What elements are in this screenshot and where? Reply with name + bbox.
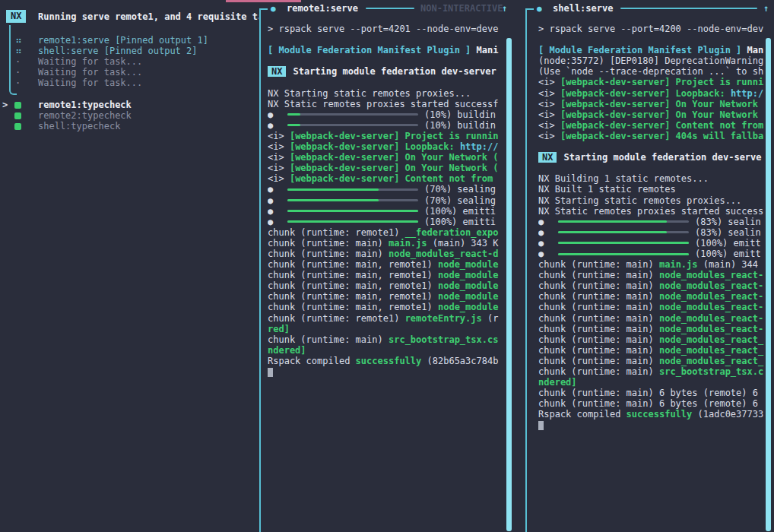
task-list-title: Running serve remote1, and 4 requisite t… [38, 11, 259, 22]
waiting-dot-icon: · [15, 78, 21, 88]
task-row[interactable]: >remote1:typecheck [0, 100, 259, 110]
terminal-line: chunk (runtime: main, remote1) node_modu… [268, 259, 500, 270]
terminal-line: ●(100%) emitt [538, 238, 765, 249]
terminal-line [268, 77, 500, 87]
terminal-line: red] [268, 324, 500, 334]
terminal-line [268, 34, 500, 45]
terminal-line: ●(100%) emitti [268, 217, 500, 227]
terminal-line: ●(100%) emitt [538, 249, 765, 259]
header-rule [366, 8, 414, 9]
waiting-dot-icon: · [15, 56, 21, 67]
terminal-line: chunk (runtime: remote1) remoteEntry.js … [268, 313, 500, 324]
progress-bar [287, 188, 418, 191]
terminal-line: chunk (runtime: main) node_modules_react… [538, 324, 765, 334]
spinner-icon: ⠶ [15, 35, 22, 46]
task-row[interactable]: ·Waiting for task... [0, 67, 259, 78]
progress-bar [287, 113, 418, 116]
terminal-line: chunk (runtime: main, remote1) node_modu… [268, 270, 500, 280]
terminal-line: > rspack serve --port=4200 --node-env=de… [538, 24, 765, 34]
terminal-line: ●(83%) sealin [538, 217, 765, 227]
scrollbar-thumb[interactable] [506, 38, 512, 531]
terminal-line: chunk (runtime: main) node_modules_react… [538, 356, 765, 366]
terminal-line: NX Starting static remotes proxies... [538, 195, 765, 206]
progress-bar [287, 220, 418, 223]
progress-bar [558, 231, 689, 233]
terminal-line: ndered] [268, 345, 500, 356]
progress-bar [287, 124, 418, 126]
terminal-line: <i> [webpack-dev-server] On Your Network… [268, 163, 500, 173]
terminal-line: chunk (runtime: main) node_modules_react… [538, 302, 765, 312]
scrollbar-thumb[interactable] [766, 38, 771, 531]
nx-badge: NX [538, 152, 557, 163]
terminal-line: chunk (runtime: main) src_bootstrap_tsx.… [268, 334, 500, 345]
terminal-line: NX Static remotes proxies started succes… [268, 99, 500, 109]
terminal-line [538, 141, 765, 152]
terminal-line: [ Module Federation Manifest Plugin ] Ma… [268, 45, 500, 55]
task-row[interactable]: ⠶shell:serve [Pinned output 2] [0, 46, 259, 56]
task-row[interactable]: remote2:typecheck [0, 110, 259, 121]
terminal-line: ●(10%) buildin [268, 109, 500, 120]
pane-title[interactable]: remote1:serve [287, 3, 358, 14]
pane-status-dot: ● [271, 4, 276, 14]
terminal-line: <i> [webpack-dev-server] Loopback: http:… [268, 141, 500, 152]
terminal-line: NXStarting module federation dev-server [268, 66, 500, 77]
terminal-line [538, 420, 765, 430]
terminal-line: <i> [webpack-dev-server] Project is runn… [268, 131, 500, 141]
terminal-line: chunk (runtime: main) node_modules_react… [538, 280, 765, 291]
top-accent-bar [226, 0, 301, 2]
task-label: remote2:typecheck [38, 110, 132, 121]
terminal-line: <i> [webpack-dev-server] On Your Network… [268, 152, 500, 163]
terminal-line: ●(70%) sealing [268, 184, 500, 195]
terminal-line: <i> [webpack-dev-server] Content not fro… [538, 120, 765, 131]
terminal-line: chunk (runtime: main) node_modules_react… [538, 334, 765, 345]
task-label: Waiting for task... [38, 67, 142, 78]
terminal-line: (Use `node --trace-deprecation ...` to s… [538, 66, 765, 77]
terminal-output: > rspack serve --port=4200 --node-env=de… [538, 24, 765, 431]
terminal-line: chunk (runtime: main) node_modules_react… [538, 313, 765, 324]
terminal-line: NX Starting static remotes proxies... [268, 88, 500, 99]
terminal-cursor [538, 421, 544, 430]
terminal-line: ●(10%) buildin [268, 120, 500, 131]
terminal-line: Rspack compiled successfully (1adc0e3773… [538, 409, 765, 420]
spinner-icon: ⠶ [15, 46, 22, 56]
task-label: remote1:serve [Pinned output 1] [38, 35, 208, 46]
waiting-dot-icon: · [15, 67, 21, 78]
terminal-line: ndered] [538, 377, 765, 388]
task-label: shell:serve [Pinned output 2] [38, 46, 198, 56]
task-row[interactable]: ·Waiting for task... [0, 56, 259, 67]
terminal-line: chunk (runtime: main, remote1) node_modu… [268, 280, 500, 291]
terminal-line: chunk (runtime: main) node_modules_react… [538, 291, 765, 302]
terminal-line: NX Built 1 static remotes [538, 184, 765, 195]
terminal-line: chunk (runtime: main) 6 bytes (remote) 6 [538, 398, 765, 409]
terminal-line: chunk (runtime: main, remote1) node_modu… [268, 291, 500, 302]
terminal-cursor [268, 368, 273, 377]
terminal-line: NX Building 1 static remotes... [538, 173, 765, 184]
task-success-square-icon [14, 112, 21, 119]
scroll-up-icon[interactable]: ↑ [502, 3, 507, 14]
terminal-line: ●(70%) sealing [268, 195, 500, 206]
pane-border [259, 8, 268, 532]
terminal-line: <i> [webpack-dev-server] On Your Network [538, 109, 765, 120]
scroll-up-icon[interactable]: ↑ [763, 3, 769, 14]
terminal-line: ●(100%) emitti [268, 206, 500, 217]
terminal-line: chunk (runtime: main) src_bootstrap_tsx.… [538, 366, 765, 377]
terminal-line [268, 55, 500, 66]
terminal-output: > rspack serve --port=4201 --node-env=de… [268, 24, 500, 377]
nx-logo-badge: NX [6, 10, 26, 23]
terminal-line: chunk (runtime: main) node_modules_react… [538, 270, 765, 280]
non-interactive-label: NON-INTERACTIVE [420, 3, 503, 14]
terminal-line: Rspack compiled successfully (82b65a3c78… [268, 356, 500, 366]
task-row[interactable]: ⠶remote1:serve [Pinned output 1] [0, 35, 259, 46]
terminal-line: chunk (runtime: main) node_modules_react… [538, 345, 765, 356]
terminal-line: <i> [webpack-dev-server] 404s will fallb… [538, 131, 765, 141]
task-row[interactable]: ·Waiting for task... [0, 78, 259, 88]
terminal-line: chunk (runtime: remote1) __federation_ex… [268, 227, 500, 238]
terminal-line: chunk (runtime: main) 6 bytes (remote) 6 [538, 388, 765, 398]
task-row[interactable]: shell:typecheck [0, 121, 259, 131]
pane-border [525, 8, 534, 532]
terminal-line [538, 34, 765, 45]
terminal-line [268, 366, 500, 377]
task-label: shell:typecheck [38, 121, 120, 131]
pane-title[interactable]: shell:serve [553, 3, 613, 14]
terminal-line: > rspack serve --port=4201 --node-env=de… [268, 24, 500, 34]
